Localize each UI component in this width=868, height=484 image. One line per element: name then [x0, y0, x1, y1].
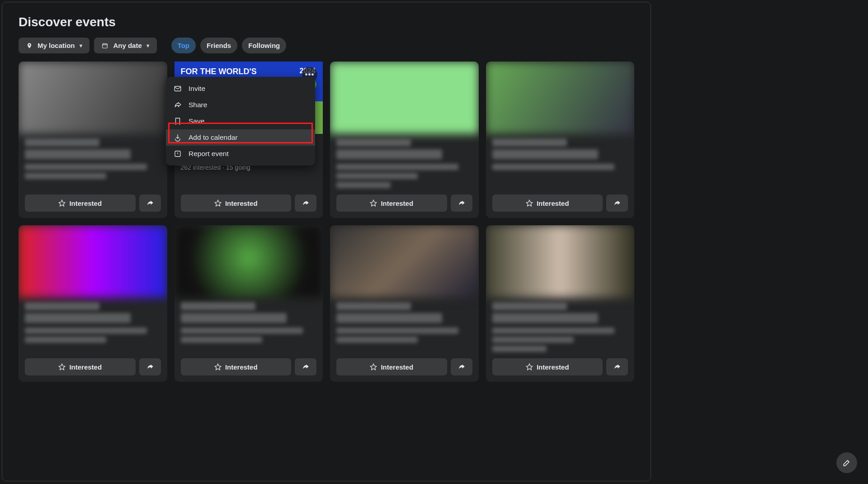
report-icon — [173, 150, 182, 158]
event-cover-image — [19, 225, 167, 298]
tab-following[interactable]: Following — [242, 38, 286, 53]
envelope-icon — [173, 85, 182, 93]
interested-button[interactable]: Interested — [25, 195, 136, 212]
compose-button[interactable] — [836, 452, 857, 473]
chevron-down-icon: ▼ — [79, 43, 84, 48]
event-cover-image — [486, 225, 635, 298]
event-card[interactable]: Interested — [330, 62, 479, 218]
bookmark-icon — [173, 117, 182, 125]
chevron-down-icon: ▼ — [146, 43, 151, 48]
svg-rect-0 — [103, 43, 108, 47]
menu-share[interactable]: Share — [166, 97, 315, 113]
events-page: Discover events My location ▼ Any date ▼… — [2, 2, 651, 481]
share-button[interactable] — [139, 358, 161, 375]
share-arrow-icon — [613, 363, 621, 371]
share-arrow-icon — [458, 363, 466, 371]
tab-friends[interactable]: Friends — [200, 38, 237, 53]
share-button[interactable] — [606, 195, 628, 212]
share-arrow-icon — [146, 363, 154, 371]
star-icon — [58, 199, 66, 207]
share-button[interactable] — [295, 358, 316, 375]
menu-save[interactable]: Save — [166, 113, 315, 129]
share-arrow-icon — [458, 199, 466, 207]
interested-label: Interested — [381, 363, 413, 371]
interested-label: Interested — [537, 363, 569, 371]
interested-label: Interested — [381, 199, 413, 207]
menu-invite[interactable]: Invite — [166, 81, 315, 97]
interested-button[interactable]: Interested — [181, 358, 292, 375]
location-pin-icon — [25, 43, 34, 49]
event-card[interactable]: Interested — [19, 62, 167, 218]
filters-row: My location ▼ Any date ▼ Top Friends Fol… — [19, 38, 634, 53]
event-context-menu: Invite Share Save Add to calendar Report… — [166, 77, 315, 166]
share-arrow-icon — [302, 363, 310, 371]
calendar-icon — [100, 43, 109, 49]
share-button[interactable] — [451, 358, 472, 375]
share-button[interactable] — [295, 195, 316, 212]
star-icon — [526, 199, 533, 207]
interested-button[interactable]: Interested — [181, 195, 292, 212]
banner-line1: FOR THE WORLD'S — [181, 67, 317, 76]
interested-label: Interested — [225, 199, 258, 207]
star-icon — [214, 363, 222, 370]
event-cover-image — [330, 225, 479, 298]
tab-top[interactable]: Top — [171, 38, 196, 53]
interested-button[interactable]: Interested — [492, 195, 603, 212]
star-icon — [214, 199, 222, 207]
star-icon — [370, 363, 377, 370]
events-grid: Interested FOR THE WORLD'S EV CHARGER BR… — [19, 62, 634, 382]
share-button[interactable] — [606, 358, 628, 375]
event-card[interactable]: Interested — [486, 62, 635, 218]
interested-label: Interested — [69, 199, 102, 207]
edit-icon — [842, 458, 851, 467]
interested-button[interactable]: Interested — [492, 358, 603, 375]
interested-label: Interested — [537, 199, 569, 207]
event-cover-image — [175, 225, 323, 298]
date-label: Any date — [113, 42, 142, 49]
page-title: Discover events — [19, 15, 634, 29]
star-icon — [370, 199, 377, 207]
menu-report[interactable]: Report event — [166, 146, 315, 162]
star-icon — [526, 363, 533, 370]
share-arrow-icon — [613, 199, 621, 207]
share-arrow-icon — [302, 199, 310, 207]
event-card[interactable]: Interested — [19, 225, 167, 382]
location-label: My location — [38, 42, 75, 49]
location-filter[interactable]: My location ▼ — [19, 38, 90, 53]
event-card[interactable]: Interested — [486, 225, 635, 382]
event-cover-image — [486, 62, 635, 134]
interested-label: Interested — [69, 363, 102, 371]
download-icon — [173, 133, 182, 142]
share-arrow-icon — [146, 199, 154, 207]
event-card[interactable]: Interested — [330, 225, 479, 382]
interested-label: Interested — [225, 363, 258, 371]
event-card[interactable]: Interested — [175, 225, 323, 382]
share-arrow-icon — [173, 101, 182, 109]
menu-add-calendar[interactable]: Add to calendar — [166, 129, 315, 146]
event-cover-image — [330, 62, 479, 134]
star-icon — [58, 363, 66, 370]
menu-share-label: Share — [189, 101, 207, 109]
interested-button[interactable]: Interested — [336, 195, 447, 212]
share-button[interactable] — [451, 195, 472, 212]
menu-add-calendar-label: Add to calendar — [189, 133, 238, 142]
menu-report-label: Report event — [189, 150, 229, 158]
interested-button[interactable]: Interested — [25, 358, 136, 375]
menu-save-label: Save — [189, 117, 204, 125]
event-cover-image — [19, 62, 167, 134]
interested-button[interactable]: Interested — [336, 358, 447, 375]
share-button[interactable] — [139, 195, 161, 212]
menu-invite-label: Invite — [189, 85, 205, 93]
date-filter[interactable]: Any date ▼ — [94, 38, 156, 53]
